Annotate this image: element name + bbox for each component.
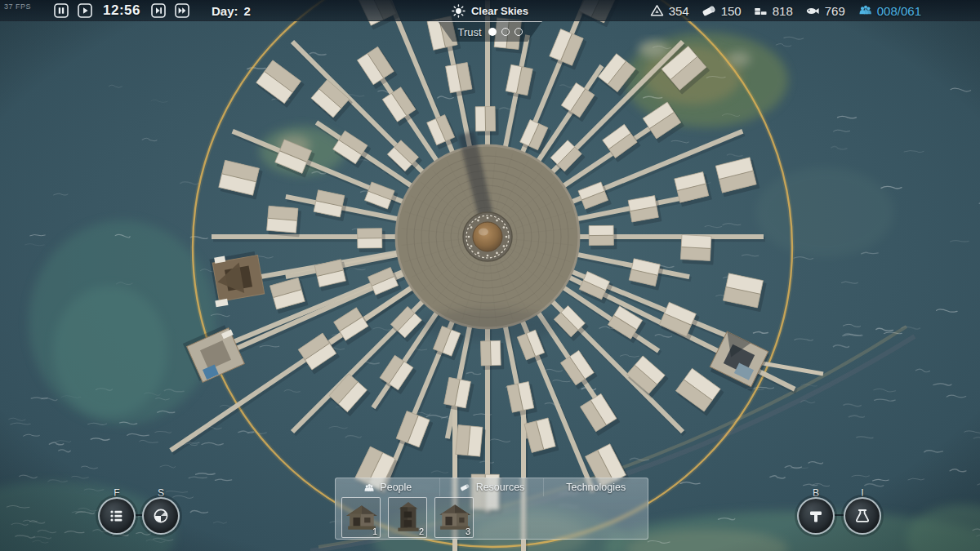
trust-pip — [514, 28, 523, 36]
wood-counter: 354 — [649, 3, 689, 19]
city-map[interactable] — [0, 0, 980, 551]
trust-pips — [488, 28, 523, 36]
play-button[interactable] — [78, 3, 92, 18]
tab-technologies-label: Technologies — [566, 482, 626, 493]
time-controls: 12:56 Day: 2 — [54, 0, 251, 21]
fast-forward-icon — [151, 3, 166, 18]
build-panel: People Resources Technologies — [335, 478, 648, 540]
play-icon — [78, 3, 92, 18]
day-counter: Day: 2 — [212, 4, 251, 18]
tab-resources[interactable]: Resources — [439, 478, 544, 496]
button-connector — [834, 514, 844, 516]
forester-menu-button[interactable] — [98, 497, 136, 535]
vignette — [0, 0, 980, 551]
trust-meter: Trust — [438, 21, 542, 42]
day-value: 2 — [244, 4, 251, 18]
population-icon — [857, 3, 873, 19]
build-card-3[interactable]: 3 — [434, 497, 474, 538]
weather-label: Clear Skies — [471, 5, 528, 17]
build-card-1[interactable]: 1 — [341, 497, 381, 538]
population-counter: 008/061 — [857, 3, 921, 19]
game-clock: 12:56 — [103, 2, 140, 19]
fish-value: 769 — [825, 4, 845, 18]
hammer-icon — [807, 507, 825, 525]
trust-label: Trust — [457, 26, 481, 38]
planks-counter: 150 — [701, 3, 742, 19]
build-card-2[interactable]: 2 — [388, 497, 427, 538]
bricks-icon — [753, 3, 768, 19]
trust-pip — [488, 28, 497, 36]
fps-counter: 37 FPS — [4, 2, 31, 11]
trust-pip — [501, 28, 510, 36]
build-panel-tabs: People Resources Technologies — [336, 478, 648, 496]
wood-icon — [649, 3, 665, 19]
tab-resources-label: Resources — [476, 482, 525, 493]
build-card-number: 2 — [419, 527, 424, 536]
research-menu-button[interactable] — [844, 497, 881, 535]
day-label: Day: — [212, 4, 238, 18]
speed-2x-button[interactable] — [151, 3, 166, 18]
planks-value: 150 — [721, 4, 742, 18]
tab-people[interactable]: People — [336, 478, 439, 496]
people-icon — [363, 482, 375, 493]
wood-value: 354 — [669, 4, 689, 18]
sun-icon — [452, 4, 466, 18]
double-fast-forward-icon — [175, 3, 189, 18]
resource-icon — [459, 482, 471, 493]
list-icon — [108, 507, 126, 525]
build-cards: 1 2 — [336, 496, 648, 538]
flask-icon — [853, 507, 871, 525]
speed-3x-button[interactable] — [175, 3, 189, 18]
top-hud-bar: 37 FPS 12:56 — [0, 0, 980, 21]
stats-menu-button[interactable] — [142, 497, 180, 535]
weather-indicator: Clear Skies — [452, 0, 528, 21]
population-value: 008/061 — [877, 4, 921, 18]
build-card-number: 3 — [466, 527, 470, 536]
game-viewport: 37 FPS 12:56 — [0, 0, 980, 551]
tab-people-label: People — [380, 482, 412, 493]
plank-roll-icon — [701, 3, 717, 19]
fish-counter: 769 — [804, 3, 845, 19]
bricks-counter: 818 — [753, 3, 793, 19]
pause-button[interactable] — [54, 3, 69, 18]
build-card-number: 1 — [372, 527, 377, 536]
pie-chart-icon — [152, 507, 170, 525]
build-menu-button[interactable] — [797, 497, 835, 535]
fish-icon — [804, 3, 821, 19]
bricks-value: 818 — [773, 4, 793, 18]
tab-technologies[interactable]: Technologies — [543, 478, 648, 496]
resource-counters: 354 150 — [649, 0, 921, 21]
pause-icon — [54, 3, 69, 18]
